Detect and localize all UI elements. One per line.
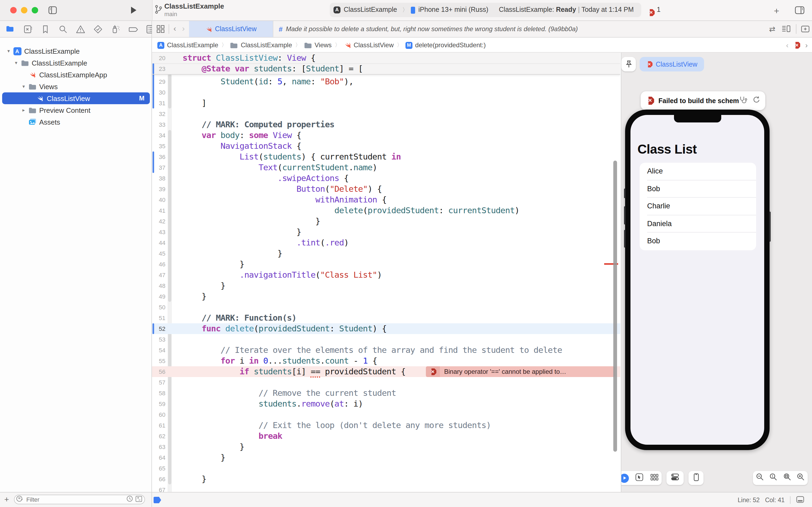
selectable-mode-button[interactable]	[636, 473, 644, 483]
code-line-49[interactable]: 49 }	[152, 291, 620, 302]
code-line-52[interactable]: 52 func delete(providedStudent: Student)…	[152, 323, 620, 334]
code-line-34[interactable]: 34 var body: some View {	[152, 130, 620, 141]
device-settings-button[interactable]	[671, 473, 679, 483]
code-line-38[interactable]: 38 .swipeActions {	[152, 173, 620, 184]
tree-row-preview-content[interactable]: ▸Preview Content	[2, 104, 150, 116]
tab-classlistview[interactable]: ClassListView	[189, 21, 273, 37]
breadcrumb-item[interactable]: Mdelete(providedStudent:)	[405, 41, 486, 49]
code-line-36[interactable]: 36 List(students) { currentStudent in	[152, 152, 620, 162]
code-line-48[interactable]: 48 }	[152, 280, 620, 291]
code-line-54[interactable]: 54 // Iterate over the elements of the a…	[152, 345, 620, 355]
code-line-31[interactable]: 31 ]	[152, 98, 620, 109]
zoom-100-icon[interactable]: 1	[769, 472, 778, 484]
code-line-32[interactable]: 32	[152, 109, 620, 119]
breadcrumb-item[interactable]: ClassListExample	[230, 41, 292, 49]
variants-mode-button[interactable]	[650, 473, 658, 483]
code-line-37[interactable]: 37 Text(currentStudent.name)	[152, 162, 620, 173]
code-line-55[interactable]: 55 for i in 0...students.count - 1 {	[152, 355, 620, 366]
breakpoint-navigator-icon[interactable]	[128, 25, 137, 34]
filter-input[interactable]	[24, 496, 126, 503]
code-line-30[interactable]: 30	[152, 87, 620, 98]
adjust-editor-icon[interactable]	[781, 25, 791, 36]
live-preview-button[interactable]	[621, 473, 629, 483]
code-line-56[interactable]: 56 if students[i] == providedStudent {✕B…	[152, 366, 620, 377]
toggle-sidebar-icon[interactable]	[48, 5, 57, 15]
bookmark-navigator-icon[interactable]	[41, 25, 50, 34]
code-line-50[interactable]: 50	[152, 302, 620, 313]
disclosure-open-icon[interactable]: ▾	[13, 60, 19, 65]
code-line-23[interactable]: 23 @State var students: [Student] = [	[152, 63, 620, 74]
code-line-53[interactable]: 53	[152, 334, 620, 345]
breadcrumb-item[interactable]: AClassListExample	[157, 41, 218, 49]
zoom-in-icon[interactable]	[797, 472, 805, 484]
code-line-42[interactable]: 42 }	[152, 216, 620, 227]
next-issue-icon[interactable]: ›	[805, 41, 808, 49]
editor-bottom-bar-icon[interactable]	[796, 496, 805, 504]
code-line-51[interactable]: 51 // MARK: Function(s)	[152, 313, 620, 323]
code-line-65[interactable]: 65	[152, 463, 620, 474]
inline-error-annotation[interactable]: ✕Binary operator '==' cannot be applied …	[426, 366, 615, 377]
code-line-64[interactable]: 64 }	[152, 452, 620, 463]
run-button[interactable]	[129, 5, 138, 15]
code-line-61[interactable]: 61 // Exit the loop (don't delete any mo…	[152, 420, 620, 431]
back-icon[interactable]: ‹	[173, 23, 176, 33]
error-count-label[interactable]: 1	[657, 6, 660, 13]
code-line-40[interactable]: 40 withAnimation {	[152, 194, 620, 205]
code-line-47[interactable]: 47 .navigationTitle("Class List")	[152, 270, 620, 280]
editor-scrollbar[interactable]	[613, 161, 617, 452]
scheme-name-button[interactable]: ClassListExample	[344, 3, 397, 17]
issue-navigator-icon[interactable]	[76, 25, 85, 34]
filter-field[interactable]	[14, 495, 145, 504]
code-line-46[interactable]: 46 }	[152, 259, 620, 270]
project-navigator-icon[interactable]	[6, 25, 15, 34]
breakpoint-indicator[interactable]	[154, 497, 161, 503]
source-control-status-icon[interactable]	[135, 495, 142, 504]
debug-navigator-icon[interactable]	[111, 25, 120, 34]
breadcrumb-item[interactable]: ClassListView	[343, 41, 394, 49]
retry-build-icon[interactable]	[752, 96, 760, 106]
code-line-20[interactable]: 20struct ClassListView: View {	[152, 53, 620, 63]
crash-navigator-icon[interactable]	[23, 25, 33, 34]
tree-row-classlistview[interactable]: ClassListViewM	[2, 92, 150, 104]
code-line-45[interactable]: 45 }	[152, 248, 620, 259]
code-line-33[interactable]: 33 // MARK: Computed properties	[152, 119, 620, 130]
disclosure-open-icon[interactable]: ▾	[20, 84, 27, 89]
tree-row-views[interactable]: ▾Views	[2, 80, 150, 92]
code-line-59[interactable]: 59 students.remove(at: i)	[152, 398, 620, 409]
error-count-icon[interactable]: ✕	[648, 6, 655, 16]
test-navigator-icon[interactable]	[93, 25, 102, 34]
code-line-57[interactable]: 57	[152, 377, 620, 388]
code-line-41[interactable]: 41 delete(providedStudent: currentStuden…	[152, 205, 620, 216]
code-line-43[interactable]: 43 }	[152, 227, 620, 237]
tree-row-assets[interactable]: Assets	[2, 116, 150, 128]
preview-target-pill[interactable]: ✕ ClassListView	[640, 57, 704, 71]
code-line-66[interactable]: 66 }	[152, 474, 620, 485]
code-line-39[interactable]: 39 Button("Delete") {	[152, 184, 620, 194]
forward-icon[interactable]: ›	[182, 23, 185, 33]
swap-editor-icon[interactable]: ⇄	[769, 25, 775, 33]
find-navigator-icon[interactable]	[58, 25, 67, 34]
code-line-67[interactable]: 67	[152, 485, 620, 492]
tree-row-classlistexample[interactable]: ▾AClassListExample	[2, 45, 150, 57]
add-file-icon[interactable]: +	[4, 495, 9, 504]
code-line-62[interactable]: 62 break	[152, 431, 620, 442]
source-editor[interactable]: 28 Student(id: 4, name: "Daniela"),29 St…	[152, 53, 620, 492]
tree-row-classlistexampleapp[interactable]: ClassListExampleApp	[2, 69, 150, 80]
editor-grid-icon[interactable]	[156, 25, 165, 36]
close-window-button[interactable]	[10, 7, 17, 13]
previous-issue-icon[interactable]: ‹	[786, 41, 789, 49]
zoom-out-icon[interactable]	[756, 472, 764, 484]
minimize-window-button[interactable]	[21, 7, 27, 13]
code-line-60[interactable]: 60	[152, 409, 620, 420]
tree-row-classlistexample[interactable]: ▾ClassListExample	[2, 57, 150, 69]
breadcrumb-item[interactable]: Views	[304, 41, 332, 49]
code-line-29[interactable]: 29 Student(id: 5, name: "Bob"),	[152, 76, 620, 87]
code-line-44[interactable]: 44 .tint(.red)	[152, 237, 620, 248]
preview-device-button[interactable]	[693, 473, 699, 483]
tab-commit-message[interactable]: # Made it possible to delete a student, …	[279, 21, 578, 37]
add-tab-icon[interactable]: +	[774, 6, 779, 17]
code-line-35[interactable]: 35 NavigationStack {	[152, 141, 620, 152]
add-editor-icon[interactable]	[801, 25, 810, 36]
code-line-63[interactable]: 63 }	[152, 442, 620, 452]
zoom-fit-icon[interactable]	[783, 472, 792, 484]
